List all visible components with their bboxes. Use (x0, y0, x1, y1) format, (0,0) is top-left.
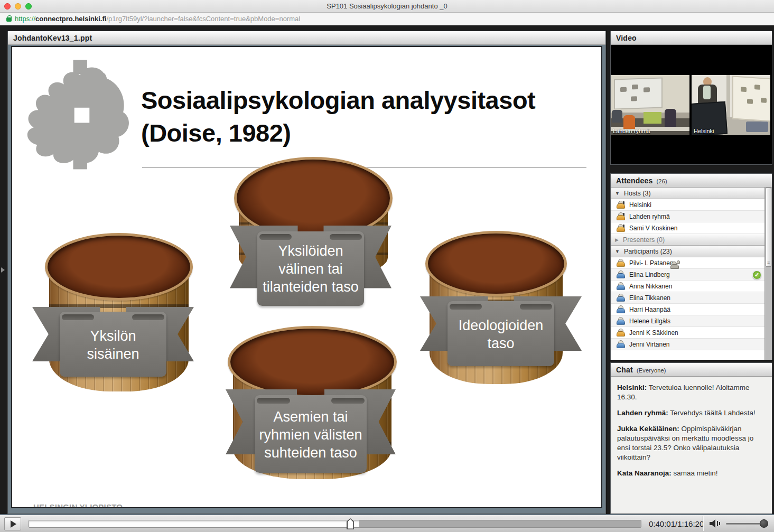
ssl-lock-icon[interactable] (6, 17, 12, 22)
presentation-slide: Sosiaalipsykologian analyysitasot (Doise… (12, 47, 601, 507)
controlbar-divider (703, 516, 703, 531)
video-feed-label: Helsinki (694, 128, 714, 134)
seek-remaining (359, 520, 641, 527)
attendees-pod: Attendees (26) ▼ Hosts (3) Helsinki Lahd (610, 173, 772, 360)
projector (746, 122, 768, 132)
ribbon-label: Yksilön sisäinen (60, 312, 166, 377)
chevron-down-icon: ▼ (615, 191, 620, 196)
attendees-pod-header[interactable]: Attendees (26) (611, 174, 772, 188)
scrollbar-thumb[interactable] (766, 188, 771, 267)
attendee-row[interactable]: Lahden ryhmä (611, 211, 764, 222)
attendee-row[interactable]: Elina Lindberg (611, 269, 764, 281)
playback-controlbar: 0:40:01/1:16:20 (0, 514, 774, 532)
playback-time: 0:40:01/1:16:20 (649, 519, 704, 528)
url-domain: connectpro.helsinki.fi (35, 15, 106, 23)
participant-icon (616, 317, 624, 325)
share-pod-title: JohdantoKev13_1.ppt (13, 34, 92, 42)
chat-pod-header[interactable]: Chat (Everyone) (611, 363, 772, 377)
ribbon-label: Asemien tai ryhmien välisten suhteiden t… (255, 395, 367, 473)
chat-sender: Jukka Kekäläinen: (617, 425, 679, 433)
minimize-window-button[interactable] (15, 3, 21, 10)
student (612, 110, 622, 123)
window-controls (4, 3, 32, 10)
video-pod-body: Lahden ryhmä Helsinki (611, 45, 772, 164)
url-scheme: https:// (15, 15, 35, 23)
chat-sender: Helsinki: (617, 384, 647, 391)
speaker-icon[interactable] (709, 519, 721, 528)
seek-thumb[interactable] (347, 518, 354, 529)
chat-pod-title: Chat (616, 366, 633, 374)
window-title: SP101 Sosiaalipsykologian johdanto _0 (0, 2, 774, 10)
student (665, 109, 676, 127)
seek-bar[interactable] (29, 520, 641, 528)
participant-icon (616, 329, 624, 337)
participant-icon (616, 282, 624, 290)
host-icon (616, 212, 624, 220)
attendees-count: (26) (656, 178, 667, 184)
projector-screen (614, 77, 663, 109)
zoom-window-button[interactable] (25, 3, 32, 10)
chat-text: samaa mietin! (672, 469, 718, 477)
ribbon-label: Ideologioiden taso (447, 301, 554, 366)
chevron-right-icon: ▶ (615, 237, 619, 242)
play-icon (11, 520, 16, 528)
chat-sender: Lahden ryhmä: (617, 409, 668, 417)
chat-pod: Chat (Everyone) Helsinki: Tervetuloa lue… (610, 362, 772, 514)
attendee-row[interactable]: Elina Tikkanen (611, 292, 764, 304)
share-pod-header[interactable]: JohdantoKev13_1.ppt (8, 31, 605, 45)
ribbon-bottom-center: Asemien tai ryhmien välisten suhteiden t… (226, 389, 396, 473)
chat-message: Kata Naaranoja: samaa mietin! (617, 469, 766, 478)
ribbon-label: Yksilöiden välinen tai tilanteiden taso (257, 231, 364, 306)
participant-icon (616, 305, 624, 313)
group-header-presenters[interactable]: ▶ Presenters (0) (611, 234, 764, 246)
chat-text: Tervehdys täältä Lahdesta! (668, 409, 756, 417)
ribbon-right: Ideologioiden taso (420, 296, 582, 366)
share-pod-body: Sosiaalipsykologian analyysitasot (Doise… (8, 45, 605, 514)
group-header-hosts[interactable]: ▼ Hosts (3) (611, 188, 764, 199)
attendee-row[interactable]: Pilvi- L Patanen (611, 257, 764, 269)
group-header-participants[interactable]: ▼ Participants (23) (611, 246, 764, 257)
attendee-row[interactable]: Jenni K Säkkinen (611, 327, 764, 339)
host-icon (616, 224, 624, 232)
video-pod: Video Lahden ryhmä (610, 31, 772, 165)
ribbon-left: Yksilön sisäinen (32, 307, 194, 377)
address-bar[interactable]: https://connectpro.helsinki.fi/p1rg7lt59… (0, 13, 774, 25)
sidebar-expander-arrow-icon[interactable] (1, 267, 5, 273)
participant-icon (616, 294, 624, 302)
video-feed-label: Lahden ryhmä (613, 128, 650, 134)
participant-icon (616, 270, 624, 278)
play-button[interactable] (4, 517, 21, 530)
meeting-stage: JohdantoKev13_1.ppt Sosiaalipsykologian … (0, 25, 774, 514)
attendee-row[interactable]: Jenni Virtanen (611, 339, 764, 350)
volume-knob[interactable] (760, 519, 768, 528)
close-window-button[interactable] (4, 3, 11, 10)
participant-icon (616, 259, 624, 267)
attendees-scrollbar[interactable] (764, 188, 772, 360)
hand-raised-icon (670, 260, 681, 269)
app-window: SP101 Sosiaalipsykologian johdanto _0 ht… (0, 0, 774, 532)
projector-screen (732, 76, 770, 122)
attendee-row[interactable]: Sami V Koskinen (611, 222, 764, 234)
video-feed-lahti: Lahden ryhmä (611, 75, 689, 135)
video-pod-header[interactable]: Video (611, 31, 772, 45)
chevron-down-icon: ▼ (615, 249, 620, 254)
chat-message: Helsinki: Tervetuloa luennolle! Aloitamm… (617, 383, 766, 402)
chat-message: Jukka Kekäläinen: Oppimispäiväkirjan pal… (617, 424, 766, 462)
attendees-pod-title: Attendees (616, 176, 652, 185)
video-feed-helsinki: Helsinki (692, 75, 770, 135)
host-icon (616, 201, 624, 209)
chat-messages: Helsinki: Tervetuloa luennolle! Aloitamm… (611, 377, 772, 514)
attendees-list: ▼ Hosts (3) Helsinki Lahden ryhmä Sami V… (611, 188, 772, 360)
slide-title: Sosiaalipsykologian analyysitasot (Doise… (141, 84, 601, 150)
attendee-row[interactable]: Helsinki (611, 199, 764, 211)
door-frame (726, 75, 730, 117)
attendee-row[interactable]: Anna Nikkanen (611, 281, 764, 292)
attendee-row[interactable]: Harri Haanpää (611, 304, 764, 315)
student (623, 115, 635, 129)
participant-icon (616, 340, 624, 348)
browser-titlebar: SP101 Sosiaalipsykologian johdanto _0 (0, 0, 774, 13)
green-cabinet (644, 112, 661, 124)
attendee-row[interactable]: Helene Lillgäls (611, 315, 764, 327)
volume-slider[interactable] (726, 523, 767, 525)
university-flame-logo-icon (20, 57, 138, 173)
